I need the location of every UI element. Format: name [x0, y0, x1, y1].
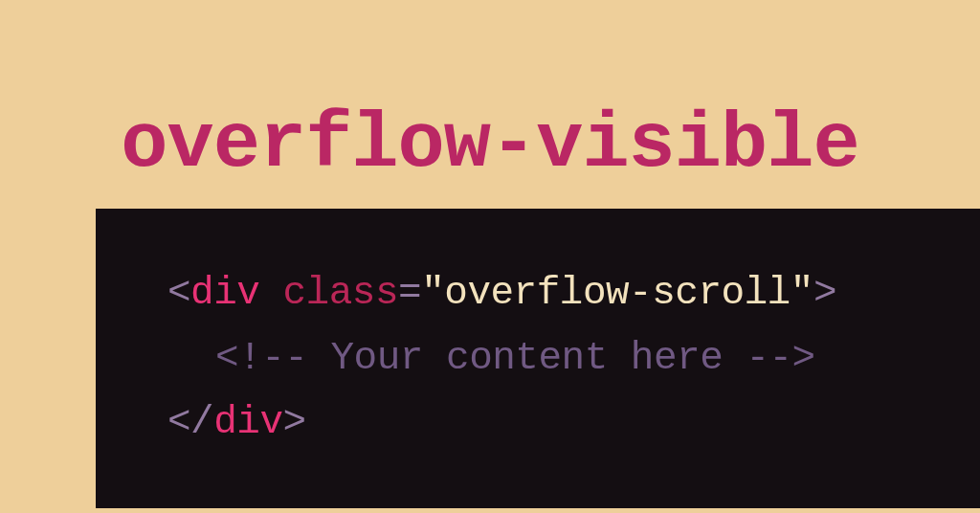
- quote-close: ": [791, 271, 813, 315]
- slash: /: [190, 400, 213, 444]
- page-heading: overflow-visible: [0, 0, 980, 209]
- code-line-3: </div>: [167, 390, 975, 456]
- tag-name: div: [190, 271, 259, 315]
- attr-value: overflow-scroll: [444, 271, 791, 315]
- bracket-close: >: [813, 271, 836, 315]
- code-snippet: <div class="overflow-scroll"> <!-- Your …: [96, 209, 980, 508]
- bracket-open: <: [167, 400, 190, 444]
- tag-name: div: [213, 400, 282, 444]
- bracket-close: >: [283, 400, 306, 444]
- quote-open: ": [421, 271, 444, 315]
- code-line-1: <div class="overflow-scroll">: [167, 261, 975, 326]
- code-line-2: <!-- Your content here -->: [167, 326, 975, 391]
- equals: =: [398, 271, 421, 315]
- space: [259, 271, 282, 315]
- comment: <!-- Your content here -->: [215, 336, 815, 380]
- attr-name: class: [283, 271, 399, 315]
- bracket-open: <: [167, 271, 190, 315]
